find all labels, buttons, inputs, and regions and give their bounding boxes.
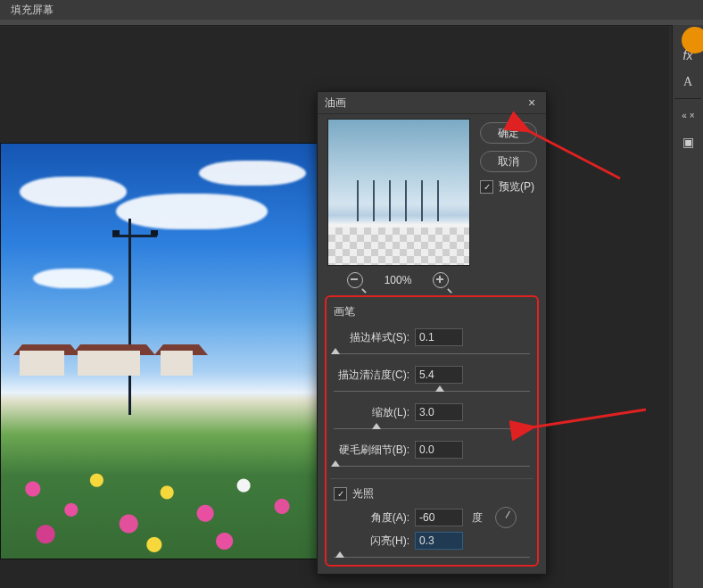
stroke-style-label: 描边样式(S):	[334, 330, 409, 345]
angle-unit: 度	[472, 510, 483, 526]
right-panel-strip: fx A « × ▣	[672, 25, 703, 588]
app-badge-icon	[682, 27, 703, 54]
preview-image	[328, 120, 469, 265]
cancel-button[interactable]: 取消	[480, 151, 537, 172]
collapse-panels-icon[interactable]: « ×	[675, 104, 700, 126]
zoom-in-icon[interactable]	[433, 272, 449, 288]
zoom-out-icon[interactable]	[347, 272, 363, 288]
bristle-label: 硬毛刷细节(B):	[334, 443, 409, 458]
preview-zoom-row: 100%	[327, 270, 468, 290]
stroke-clean-input[interactable]	[415, 366, 463, 384]
zoom-percentage: 100%	[385, 274, 412, 286]
stroke-clean-label: 描边清洁度(C):	[334, 368, 409, 383]
menubar: 填充屏幕	[0, 0, 703, 21]
brush-lighting-panel: 画笔 描边样式(S): 描边清洁度(C): 缩放(L): 硬毛刷细节(B):	[325, 295, 539, 567]
stroke-style-slider[interactable]	[334, 350, 530, 359]
dialog-titlebar[interactable]: 油画 ×	[318, 92, 546, 114]
angle-label: 角度(A):	[334, 510, 409, 526]
oil-paint-dialog: 油画 × 100% 确定 取消 ✓ 预览(P) 画笔 描边样式(S):	[317, 91, 547, 575]
ok-button[interactable]: 确定	[480, 122, 537, 144]
lighting-group-label: 光照	[352, 486, 374, 501]
angle-dial[interactable]	[495, 507, 517, 528]
brush-group-label: 画笔	[334, 302, 530, 325]
lighting-checkbox[interactable]: ✓	[334, 487, 347, 501]
lighting-group-row: ✓ 光照	[334, 486, 530, 501]
menu-fill-screen[interactable]: 填充屏幕	[0, 0, 64, 21]
shine-slider[interactable]	[334, 553, 530, 562]
options-bar	[0, 20, 703, 26]
section-separator	[330, 478, 533, 479]
scale-label: 缩放(L):	[334, 405, 409, 420]
stroke-style-input[interactable]	[415, 328, 463, 346]
bristle-slider[interactable]	[334, 462, 530, 471]
shine-field: 闪亮(H):	[334, 532, 530, 550]
scale-slider[interactable]	[334, 425, 530, 434]
dialog-button-column: 确定 取消 ✓ 预览(P)	[480, 122, 537, 195]
swatch-panel-icon[interactable]: ▣	[675, 131, 700, 153]
document-image	[1, 144, 320, 559]
scale-input[interactable]	[415, 403, 463, 421]
shine-label: 闪亮(H):	[334, 534, 409, 549]
stroke-clean-slider[interactable]	[334, 387, 530, 396]
stroke-style-field: 描边样式(S):	[334, 328, 530, 346]
preview-checkbox-row: ✓ 预览(P)	[480, 179, 537, 195]
close-icon[interactable]: ×	[525, 95, 539, 110]
text-panel-icon[interactable]: A	[675, 71, 700, 93]
bristle-input[interactable]	[415, 441, 463, 459]
scale-field: 缩放(L):	[334, 403, 530, 421]
angle-input[interactable]	[415, 509, 463, 526]
preview-checkbox-label: 预览(P)	[499, 179, 534, 195]
stroke-clean-field: 描边清洁度(C):	[334, 366, 530, 384]
filter-preview[interactable]	[327, 119, 470, 266]
dialog-title-text: 油画	[325, 92, 346, 113]
preview-checkbox[interactable]: ✓	[480, 180, 493, 194]
bristle-field: 硬毛刷细节(B):	[334, 441, 530, 459]
angle-field: 角度(A): 度	[334, 507, 530, 528]
document-frame	[0, 143, 321, 559]
panel-separator	[674, 98, 701, 99]
shine-input[interactable]	[415, 532, 463, 550]
